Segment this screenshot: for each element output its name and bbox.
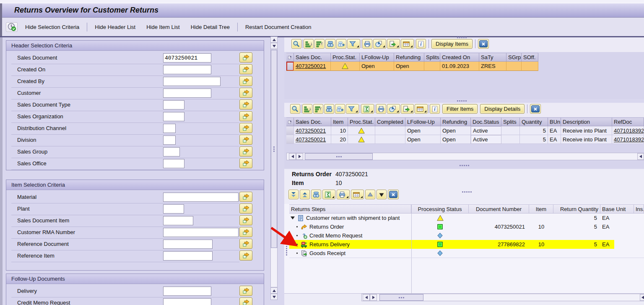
column-header-item[interactable]: Item — [529, 204, 553, 214]
row-selector[interactable] — [286, 62, 294, 71]
customer-input[interactable] — [163, 89, 211, 98]
column-header-created-on[interactable]: Created On — [440, 53, 479, 62]
cell-refdoc[interactable]: 4071018392 — [612, 126, 644, 135]
tree-step-label[interactable]: Goods Receipt — [309, 250, 345, 256]
multi-selection-button[interactable] — [239, 64, 252, 74]
scroll-left-button[interactable] — [640, 294, 644, 301]
tree-row-returns-delivery[interactable]: Returns Delivery277869822105EA — [289, 240, 644, 249]
column-header-splits[interactable]: Splits — [501, 117, 520, 126]
column-header-saty[interactable]: SaTy — [479, 53, 506, 62]
delivery-input[interactable] — [163, 287, 211, 296]
splitter-grip[interactable] — [457, 100, 467, 102]
table-row[interactable]: 4073250021OpenOpen01.09.2023ZRES — [286, 62, 538, 71]
sales-office-input[interactable] — [163, 159, 184, 168]
table-row[interactable]: 407325002120OpenOpenActive5EAReceive int… — [286, 135, 644, 144]
sales-organization-input[interactable] — [163, 112, 184, 121]
credit-memo-request-input[interactable] — [163, 298, 211, 305]
scroll-left-button[interactable] — [637, 153, 644, 160]
multi-selection-button[interactable] — [239, 111, 252, 121]
restart-document-creation-button[interactable]: Restart Document Creation — [242, 22, 315, 32]
column-header-base-unit[interactable]: Base Unit — [600, 204, 634, 214]
tree-row-credit-memo-request[interactable]: ?Credit Memo Request — [289, 231, 644, 240]
multi-selection-button[interactable] — [239, 76, 252, 86]
customer-rma-number-input[interactable] — [163, 228, 239, 237]
select-all-icon[interactable] — [286, 53, 294, 62]
views-button[interactable] — [387, 104, 400, 114]
column-header-quantity[interactable]: Quantity — [520, 117, 548, 126]
column-header-processing-status[interactable]: Processing Status — [411, 204, 469, 214]
tree-step-label[interactable]: Credit Memo Request — [309, 232, 362, 239]
expand-all-button[interactable] — [288, 190, 299, 199]
column-header-refdoc[interactable]: RefDoc — [612, 117, 644, 126]
hide-selection-criteria-button[interactable]: Hide Selection Criteria — [22, 22, 83, 32]
row-selector[interactable] — [286, 135, 294, 144]
reference-item-input[interactable] — [163, 251, 213, 261]
reference-document-input[interactable] — [163, 240, 213, 249]
hide-item-list-button[interactable]: Hide Item List — [143, 22, 183, 32]
multi-selection-button[interactable] — [239, 250, 252, 261]
tree-step-label[interactable]: Returns Order — [309, 224, 344, 230]
column-header-proc-stat[interactable]: Proc.Stat. — [348, 117, 375, 126]
details-button[interactable] — [291, 39, 301, 49]
cell-sales-doc[interactable]: 4073250021 — [294, 62, 331, 71]
created-by-input[interactable] — [163, 77, 221, 86]
sales-group-input[interactable] — [163, 147, 180, 156]
hide-detail-tree-button[interactable]: Hide Detail Tree — [187, 22, 233, 32]
column-header-doc-status[interactable]: Doc.Status — [471, 117, 501, 126]
scroll-left-button[interactable] — [363, 294, 370, 301]
multi-selection-button[interactable] — [239, 192, 252, 202]
filter-button[interactable] — [347, 39, 360, 49]
column-header-lfollow-up[interactable]: LFollow-Up — [360, 53, 394, 62]
scrollbar-thumb[interactable] — [305, 153, 373, 160]
scroll-right-button[interactable] — [296, 153, 303, 160]
scroll-right-button[interactable] — [370, 294, 377, 301]
collapse-all-button[interactable] — [300, 190, 310, 199]
find-next-button[interactable] — [335, 104, 345, 114]
scroll-up-button[interactable] — [270, 287, 278, 294]
views-button[interactable] — [373, 39, 386, 49]
column-header-sgrp[interactable]: SGrp — [506, 53, 522, 62]
tree-row-goods-receipt[interactable]: Goods Receipt — [289, 249, 644, 258]
sort-desc-button[interactable] — [314, 39, 325, 49]
multi-selection-button[interactable] — [239, 123, 252, 133]
sales-document-type-input[interactable] — [163, 100, 184, 109]
info-button[interactable]: i — [416, 39, 426, 49]
sort-desc-button[interactable] — [313, 104, 323, 114]
splitter-grip[interactable] — [457, 37, 467, 38]
row-selector[interactable] — [286, 126, 294, 135]
column-header-refunding[interactable]: Refunding — [441, 117, 471, 126]
find-button[interactable] — [311, 190, 321, 199]
created-on-input[interactable] — [163, 65, 211, 74]
multi-selection-button[interactable] — [239, 135, 252, 145]
scroll-down-button[interactable] — [377, 190, 387, 199]
expander-icon[interactable] — [291, 216, 295, 219]
division-input[interactable] — [163, 136, 176, 145]
find-next-button[interactable] — [336, 39, 346, 49]
column-header-document-number[interactable]: Document Number — [469, 204, 529, 214]
print-button[interactable] — [362, 39, 372, 49]
column-header-proc-stat[interactable]: Proc.Stat. — [331, 53, 360, 62]
close-item-list-button[interactable] — [530, 104, 541, 114]
sum-button[interactable] — [322, 190, 335, 199]
print-button[interactable] — [337, 190, 350, 199]
close-header-list-button[interactable] — [478, 39, 489, 49]
scroll-down-button[interactable] — [270, 294, 278, 300]
column-header-description[interactable]: Description — [561, 117, 612, 126]
column-header-lfollow-up[interactable]: LFollow-Up — [405, 117, 441, 126]
sort-asc-button[interactable] — [302, 104, 312, 114]
find-button[interactable] — [325, 39, 335, 49]
column-header-ins[interactable]: Ins. — [634, 204, 644, 214]
cell-sales-doc[interactable]: 4073250021 — [294, 126, 331, 135]
filter-button[interactable] — [346, 104, 359, 114]
column-header-completed[interactable]: Completed — [375, 117, 405, 126]
plant-input[interactable] — [163, 204, 184, 214]
multi-selection-button[interactable] — [239, 203, 252, 214]
print-button[interactable] — [376, 104, 386, 114]
multi-selection-button[interactable] — [239, 239, 252, 249]
multi-selection-button[interactable] — [239, 158, 252, 168]
sales-document-input[interactable] — [163, 53, 211, 63]
select-all-icon[interactable] — [286, 117, 294, 126]
execute-button[interactable] — [6, 22, 18, 32]
splitter-grip[interactable] — [462, 191, 472, 193]
sales-document-item-input[interactable] — [163, 216, 193, 225]
